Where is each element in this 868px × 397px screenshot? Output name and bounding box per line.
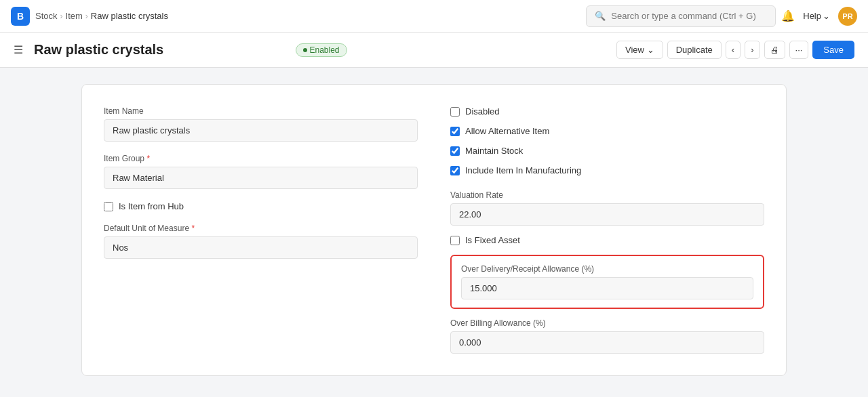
disabled-checkbox[interactable] [450, 107, 460, 117]
top-nav: B Stock › Item › Raw plastic crystals 🔍 … [0, 0, 868, 33]
allow-alt-label: Allow Alternative Item [465, 126, 549, 136]
is-item-from-hub-checkbox[interactable] [104, 202, 113, 211]
prev-button[interactable]: ‹ [726, 41, 741, 59]
item-group-label: Item Group * [104, 154, 418, 163]
over-billing-label: Over Billing Allowance (%) [450, 318, 764, 328]
breadcrumb: Stock › Item › Raw plastic crystals [35, 11, 580, 21]
is-item-from-hub-label: Is Item from Hub [119, 201, 184, 211]
print-button[interactable]: 🖨 [764, 41, 785, 59]
notification-icon[interactable]: 🔔 [781, 9, 795, 22]
allow-alt-field: Allow Alternative Item [450, 126, 764, 136]
valuation-rate-value[interactable]: 22.00 [450, 203, 764, 226]
include-mfg-label: Include Item In Manufacturing [465, 165, 581, 175]
breadcrumb-sep-1: › [60, 12, 63, 21]
over-delivery-label: Over Delivery/Receipt Allowance (%) [461, 264, 753, 274]
left-column: Item Name Raw plastic crystals Item Grou… [104, 106, 418, 354]
status-badge: Enabled [296, 43, 347, 57]
toolbar-actions: View ⌄ Duplicate ‹ › 🖨 ··· Save [616, 41, 854, 59]
disabled-field: Disabled [450, 106, 764, 117]
is-fixed-asset-label: Is Fixed Asset [465, 235, 520, 245]
save-button[interactable]: Save [812, 41, 854, 59]
duplicate-button[interactable]: Duplicate [667, 41, 722, 59]
avatar-initials: PR [842, 12, 852, 20]
disabled-label: Disabled [465, 106, 500, 117]
view-button[interactable]: View ⌄ [616, 41, 663, 59]
page-title: Raw plastic crystals [34, 42, 288, 58]
app-logo[interactable]: B [11, 7, 30, 26]
chevron-down-icon: ⌄ [823, 11, 830, 21]
item-group-value[interactable]: Raw Material [104, 167, 418, 189]
help-label: Help [803, 11, 821, 21]
maintain-stock-field: Maintain Stock [450, 146, 764, 156]
is-fixed-asset-checkbox[interactable] [450, 236, 460, 245]
menu-icon[interactable]: ☰ [14, 43, 23, 56]
default-uom-label: Default Unit of Measure * [104, 224, 418, 233]
status-dot [303, 48, 307, 52]
include-mfg-checkbox[interactable] [450, 166, 460, 175]
breadcrumb-item[interactable]: Item [66, 11, 83, 21]
item-name-label: Item Name [104, 106, 418, 116]
over-delivery-value[interactable]: 15.000 [461, 277, 753, 299]
status-label: Enabled [310, 45, 340, 55]
is-fixed-asset-field: Is Fixed Asset [450, 235, 764, 245]
search-input[interactable] [611, 11, 767, 21]
is-item-from-hub-field: Is Item from Hub [104, 201, 418, 211]
breadcrumb-current: Raw plastic crystals [91, 11, 168, 21]
more-options-button[interactable]: ··· [789, 41, 809, 59]
main-content: Item Name Raw plastic crystals Item Grou… [0, 68, 868, 392]
form-card: Item Name Raw plastic crystals Item Grou… [81, 84, 787, 376]
item-group-required: * [146, 154, 150, 163]
over-billing-value[interactable]: 0.000 [450, 331, 764, 354]
maintain-stock-label: Maintain Stock [465, 146, 523, 156]
form-grid: Item Name Raw plastic crystals Item Grou… [104, 106, 764, 354]
right-column: Disabled Allow Alternative Item Maintain… [450, 106, 764, 354]
search-bar[interactable]: 🔍 [586, 5, 776, 27]
valuation-rate-label: Valuation Rate [450, 190, 764, 200]
breadcrumb-stock[interactable]: Stock [35, 11, 58, 21]
avatar[interactable]: PR [838, 7, 857, 26]
toolbar: ☰ Raw plastic crystals Enabled View ⌄ Du… [0, 33, 868, 68]
help-button[interactable]: Help ⌄ [803, 11, 830, 21]
logo-letter: B [17, 11, 24, 22]
allow-alt-checkbox[interactable] [450, 127, 460, 136]
valuation-rate-field: Valuation Rate 22.00 [450, 190, 764, 226]
search-icon: 🔍 [595, 11, 606, 21]
default-uom-required: * [191, 224, 195, 233]
next-button[interactable]: › [745, 41, 760, 59]
default-uom-field: Default Unit of Measure * Nos [104, 224, 418, 259]
item-name-value[interactable]: Raw plastic crystals [104, 119, 418, 142]
include-mfg-field: Include Item In Manufacturing [450, 165, 764, 175]
over-delivery-field-highlighted: Over Delivery/Receipt Allowance (%) 15.0… [450, 255, 764, 309]
breadcrumb-sep-2: › [85, 12, 88, 21]
default-uom-value[interactable]: Nos [104, 236, 418, 259]
item-name-field: Item Name Raw plastic crystals [104, 106, 418, 142]
maintain-stock-checkbox[interactable] [450, 146, 460, 156]
item-group-field: Item Group * Raw Material [104, 154, 418, 189]
over-billing-field: Over Billing Allowance (%) 0.000 [450, 318, 764, 354]
topnav-right: 🔔 Help ⌄ PR [781, 7, 857, 26]
